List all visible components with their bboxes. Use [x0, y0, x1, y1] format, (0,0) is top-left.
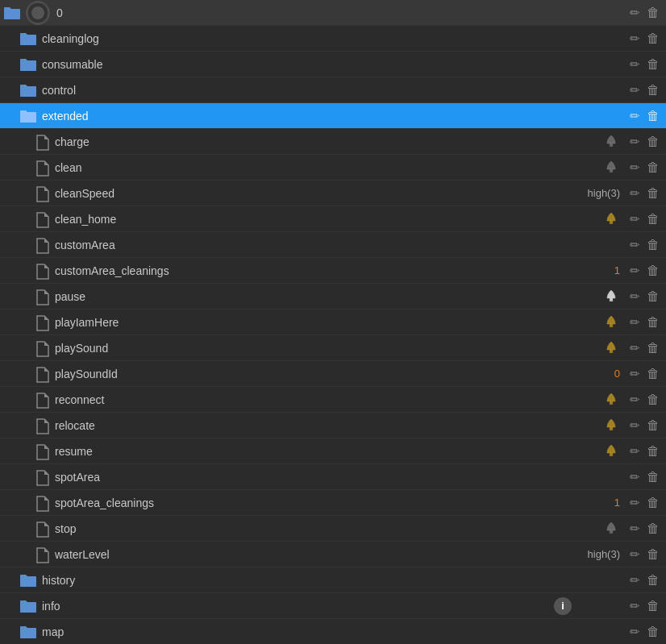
edit-button[interactable]: ✏	[630, 547, 640, 562]
file-icon	[35, 367, 50, 381]
row-actions: ✏ 🗑	[630, 289, 660, 304]
edit-button[interactable]: ✏	[630, 186, 640, 201]
delete-button[interactable]: 🗑	[647, 470, 660, 484]
delete-button[interactable]: 🗑	[647, 6, 660, 20]
folder-row-info[interactable]: infoi ✏ 🗑	[0, 593, 666, 619]
row-actions: ✏ 🗑	[630, 418, 660, 433]
edit-button[interactable]: ✏	[630, 57, 640, 72]
file-row-stop[interactable]: stop ✏ 🗑	[0, 516, 666, 542]
delete-button[interactable]: 🗑	[647, 496, 660, 510]
delete-button[interactable]: 🗑	[647, 109, 660, 123]
file-row-playIamHere[interactable]: playIamHere ✏ 🗑	[0, 310, 666, 335]
delete-button[interactable]: 🗑	[647, 547, 660, 562]
delete-button[interactable]: 🗑	[647, 367, 660, 381]
edit-button[interactable]: ✏	[630, 83, 640, 98]
edit-button[interactable]: ✏	[630, 444, 640, 459]
folder-row-consumable[interactable]: consumable ✏ 🗑	[0, 52, 666, 77]
svg-rect-6	[610, 221, 613, 222]
avatar	[26, 1, 50, 25]
delete-button[interactable]: 🗑	[647, 418, 660, 433]
file-row-spotArea[interactable]: spotArea ✏ 🗑	[0, 464, 666, 490]
delete-button[interactable]: 🗑	[647, 315, 660, 330]
file-row-customArea_cleanings[interactable]: customArea_cleanings1 ✏ 🗑	[0, 258, 666, 284]
file-row-waterLevel[interactable]: waterLevelhigh(3) ✏ 🗑	[0, 542, 666, 567]
edit-button[interactable]: ✏	[630, 289, 640, 304]
delete-button[interactable]: 🗑	[647, 599, 660, 613]
delete-button[interactable]: 🗑	[647, 186, 660, 201]
delete-button[interactable]: 🗑	[647, 135, 660, 149]
edit-button[interactable]: ✏	[630, 470, 640, 484]
edit-button[interactable]: ✏	[630, 367, 640, 381]
svg-point-13	[610, 351, 614, 353]
row-label: history	[42, 574, 572, 587]
edit-button[interactable]: ✏	[630, 521, 640, 536]
row-actions: ✏ 🗑	[630, 186, 660, 201]
file-row-relocate[interactable]: relocate ✏ 🗑	[0, 413, 666, 438]
file-icon	[35, 444, 50, 459]
row-actions: ✏ 🗑	[630, 83, 660, 98]
edit-button[interactable]: ✏	[630, 341, 640, 355]
edit-button[interactable]: ✏	[630, 264, 640, 278]
edit-button[interactable]: ✏	[630, 212, 640, 226]
edit-button[interactable]: ✏	[630, 625, 640, 639]
delete-button[interactable]: 🗑	[647, 31, 660, 46]
delete-button[interactable]: 🗑	[647, 393, 660, 407]
row-actions: ✏ 🗑	[630, 470, 660, 484]
edit-button[interactable]: ✏	[630, 393, 640, 407]
file-row-spotArea_cleanings[interactable]: spotArea_cleanings1 ✏ 🗑	[0, 490, 666, 516]
delete-button[interactable]: 🗑	[647, 521, 660, 536]
file-row-clean[interactable]: clean ✏ 🗑	[0, 155, 666, 181]
row-value-bell	[591, 443, 620, 459]
delete-button[interactable]: 🗑	[647, 57, 660, 72]
file-row-clean_home[interactable]: clean_home ✏ 🗑	[0, 206, 666, 232]
edit-button[interactable]: ✏	[630, 599, 640, 613]
folder-icon	[19, 623, 37, 641]
file-row-playSound[interactable]: playSound ✏ 🗑	[0, 335, 666, 361]
folder-row-cleaninglog[interactable]: cleaninglog ✏ 🗑	[0, 26, 666, 52]
file-row-charge[interactable]: charge ✏ 🗑	[0, 129, 666, 155]
file-row-customArea[interactable]: customArea ✏ 🗑	[0, 232, 666, 258]
edit-button[interactable]: ✏	[630, 238, 640, 252]
row-label: playSound	[55, 342, 591, 355]
delete-button[interactable]: 🗑	[647, 238, 660, 252]
file-row-playSoundId[interactable]: playSoundId0 ✏ 🗑	[0, 361, 666, 387]
edit-button[interactable]: ✏	[630, 496, 640, 510]
row-actions: ✏ 🗑	[630, 341, 660, 355]
delete-button[interactable]: 🗑	[647, 212, 660, 226]
delete-button[interactable]: 🗑	[647, 625, 660, 639]
folder-row-0[interactable]: 0 ✏ 🗑	[0, 0, 666, 26]
delete-button[interactable]: 🗑	[647, 444, 660, 459]
info-icon: i	[554, 597, 572, 615]
file-row-cleanSpeed[interactable]: cleanSpeedhigh(3) ✏ 🗑	[0, 181, 666, 206]
delete-button[interactable]: 🗑	[647, 573, 660, 588]
edit-button[interactable]: ✏	[630, 6, 640, 20]
file-icon	[35, 470, 50, 484]
edit-button[interactable]: ✏	[630, 135, 640, 149]
delete-button[interactable]: 🗑	[647, 160, 660, 175]
file-row-pause[interactable]: pause ✏ 🗑	[0, 284, 666, 310]
folder-row-history[interactable]: history ✏ 🗑	[0, 567, 666, 593]
row-label: info	[42, 600, 547, 613]
row-label: reconnect	[55, 393, 591, 406]
row-label: control	[42, 84, 572, 97]
edit-button[interactable]: ✏	[630, 109, 640, 123]
row-label: spotArea	[55, 471, 572, 484]
delete-button[interactable]: 🗑	[647, 83, 660, 98]
row-value-bell	[591, 211, 620, 227]
delete-button[interactable]: 🗑	[647, 264, 660, 278]
delete-button[interactable]: 🗑	[647, 341, 660, 355]
folder-row-control[interactable]: control ✏ 🗑	[0, 77, 666, 103]
folder-row-map[interactable]: map ✏ 🗑	[0, 619, 666, 644]
edit-button[interactable]: ✏	[630, 573, 640, 588]
edit-button[interactable]: ✏	[630, 31, 640, 46]
row-label: extended	[42, 110, 572, 123]
file-row-resume[interactable]: resume ✏ 🗑	[0, 438, 666, 464]
edit-button[interactable]: ✏	[630, 160, 640, 175]
delete-button[interactable]: 🗑	[647, 289, 660, 304]
file-icon	[35, 418, 50, 433]
edit-button[interactable]: ✏	[630, 418, 640, 433]
file-icon	[35, 238, 50, 252]
edit-button[interactable]: ✏	[630, 315, 640, 330]
file-row-reconnect[interactable]: reconnect ✏ 🗑	[0, 387, 666, 413]
folder-row-extended[interactable]: extended ✏ 🗑	[0, 103, 666, 129]
